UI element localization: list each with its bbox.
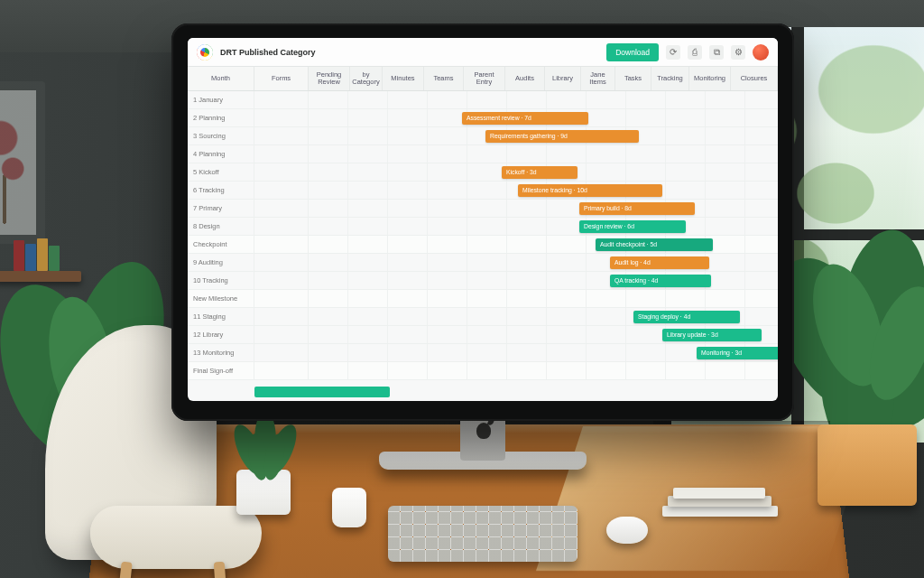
row-track <box>309 91 778 108</box>
gantt-bar[interactable]: Milestone tracking · 10d <box>518 184 662 197</box>
row-label: Final Sign-off <box>188 362 254 379</box>
row-track: Milestone tracking · 10d <box>309 182 778 199</box>
gantt-bar[interactable]: Primary build · 8d <box>579 202 695 215</box>
row-label: 8 Design <box>188 218 254 235</box>
column-header[interactable]: Pending Review <box>309 67 350 90</box>
row-forms-cell <box>254 145 309 163</box>
plant-pot-large <box>818 424 917 506</box>
section-row[interactable]: Final Sign-off <box>188 362 778 380</box>
gantt-bar[interactable]: QA tracking · 4d <box>610 275 711 287</box>
footer-progress-bar <box>254 387 390 397</box>
row-track: Kickoff · 3d <box>309 163 778 181</box>
task-row[interactable]: 2 PlanningAssessment review · 7d <box>188 109 778 127</box>
row-label: 7 Primary <box>188 200 254 217</box>
row-label: 5 Kickoff <box>188 163 254 181</box>
row-label: New Milestone <box>188 290 254 307</box>
gantt-bar[interactable]: Requirements gathering · 9d <box>485 130 639 143</box>
row-forms-cell <box>254 127 309 144</box>
column-header[interactable]: Tracking <box>651 67 689 90</box>
gantt-bar[interactable]: Kickoff · 3d <box>502 166 578 179</box>
column-header[interactable]: Tasks <box>615 67 651 90</box>
row-forms-cell <box>254 200 309 217</box>
notebook-stack <box>662 488 778 518</box>
download-button[interactable]: Download <box>606 43 659 61</box>
gantt-grid: MonthFormsPending Reviewby CategoryMinut… <box>188 67 778 401</box>
app-screen: DRT Published Category Download ⟳ ⎙ ⧉ ⚙ … <box>188 38 778 401</box>
settings-icon[interactable]: ⚙ <box>731 45 745 60</box>
section-row[interactable]: New Milestone <box>188 290 778 308</box>
row-label: 6 Tracking <box>188 182 254 199</box>
row-track <box>309 362 778 379</box>
column-header[interactable]: Month <box>188 67 254 90</box>
row-label: 2 Planning <box>188 109 254 126</box>
task-row[interactable]: 4 Planning <box>188 145 778 163</box>
section-row[interactable]: CheckpointAudit checkpoint · 5d <box>188 236 778 254</box>
row-forms-cell <box>254 163 309 181</box>
column-header[interactable]: by Category <box>350 67 383 90</box>
mug <box>332 488 366 527</box>
task-row[interactable]: 7 PrimaryPrimary build · 8d <box>188 200 778 218</box>
row-forms-cell <box>254 344 309 361</box>
task-row[interactable]: 5 KickoffKickoff · 3d <box>188 163 778 182</box>
row-track <box>309 145 778 163</box>
sync-icon[interactable]: ⟳ <box>666 45 680 60</box>
workspace-scene: DRT Published Category Download ⟳ ⎙ ⧉ ⚙ … <box>0 0 924 578</box>
row-track: Monitoring · 3d <box>309 344 778 361</box>
row-forms-cell <box>254 290 309 307</box>
wall-shelf <box>0 271 81 282</box>
row-track: Primary build · 8d <box>309 200 778 217</box>
column-header[interactable]: Teams <box>424 67 464 90</box>
task-row[interactable]: 3 SourcingRequirements gathering · 9d <box>188 127 778 145</box>
column-header[interactable]: Jane Items <box>581 67 615 90</box>
row-forms-cell <box>254 218 309 235</box>
row-track <box>309 290 778 307</box>
gantt-bar[interactable]: Design review · 6d <box>579 220 686 233</box>
row-track: Requirements gathering · 9d <box>309 127 778 144</box>
copy-icon[interactable]: ⧉ <box>709 45 724 60</box>
gantt-bar[interactable]: Audit log · 4d <box>610 256 709 269</box>
row-forms-cell <box>254 91 309 108</box>
row-track: Audit checkpoint · 5d <box>309 236 778 253</box>
gantt-bar[interactable]: Staging deploy · 4d <box>633 311 740 323</box>
keyboard <box>388 506 578 562</box>
avatar[interactable] <box>753 44 769 61</box>
task-row[interactable]: 1 January <box>188 91 778 109</box>
monitor-bezel: DRT Published Category Download ⟳ ⎙ ⧉ ⚙ … <box>171 23 794 421</box>
app-logo-icon <box>197 44 213 61</box>
row-forms-cell <box>254 109 309 126</box>
task-row[interactable]: 10 TrackingQA tracking · 4d <box>188 272 778 290</box>
gantt-bar[interactable]: Library update · 3d <box>662 329 762 341</box>
plant-pot-small <box>236 470 291 515</box>
row-track: Library update · 3d <box>309 326 778 343</box>
gantt-bar[interactable]: Audit checkpoint · 5d <box>596 238 713 251</box>
gantt-bar[interactable]: Monitoring · 3d <box>697 347 778 359</box>
row-forms-cell <box>254 182 309 199</box>
row-label: 3 Sourcing <box>188 127 254 144</box>
row-forms-cell <box>254 326 309 343</box>
row-track: Staging deploy · 4d <box>309 308 778 325</box>
column-header[interactable]: Minutes <box>383 67 424 90</box>
column-header[interactable]: Audits <box>505 67 545 90</box>
column-header[interactable]: Library <box>545 67 581 90</box>
task-row[interactable]: 8 DesignDesign review · 6d <box>188 218 778 236</box>
task-row[interactable]: 13 MonitoringMonitoring · 3d <box>188 344 778 362</box>
column-header[interactable]: Forms <box>254 67 309 90</box>
print-icon[interactable]: ⎙ <box>688 45 702 60</box>
task-row[interactable]: 6 TrackingMilestone tracking · 10d <box>188 182 778 200</box>
task-row[interactable]: 11 StagingStaging deploy · 4d <box>188 308 778 326</box>
row-track: Audit log · 4d <box>309 254 778 271</box>
task-row[interactable]: 9 AuditingAudit log · 4d <box>188 254 778 272</box>
gantt-bar[interactable]: Assessment review · 7d <box>462 112 588 125</box>
row-label: 4 Planning <box>188 145 254 163</box>
row-label: 11 Staging <box>188 308 254 325</box>
page-title: DRT Published Category <box>220 48 316 57</box>
column-header[interactable]: Monitoring <box>689 67 731 90</box>
task-row[interactable]: 12 LibraryLibrary update · 3d <box>188 326 778 344</box>
row-label: 1 January <box>188 91 254 108</box>
row-track: Design review · 6d <box>309 218 778 235</box>
column-header[interactable]: Closures <box>731 67 778 90</box>
column-header[interactable]: Parent Entry <box>464 67 505 90</box>
column-header-row: MonthFormsPending Reviewby CategoryMinut… <box>188 67 778 91</box>
mouse <box>606 517 648 544</box>
row-label: 10 Tracking <box>188 272 254 289</box>
